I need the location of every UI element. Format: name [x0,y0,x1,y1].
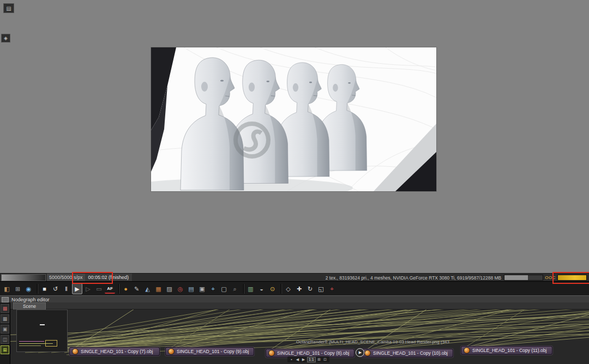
uv-mesh-icon[interactable]: ▦ [153,283,164,294]
fit-view-icon[interactable]: ◱ [316,283,326,294]
magnify-icon[interactable]: ⌕ [230,283,240,294]
material-ball-icon[interactable]: ● [121,283,131,294]
node-label: SINGLE_HEAD_101 - Copy (8).obj [277,350,349,356]
obj-node-icon [72,348,79,355]
render-viewport[interactable]: ▤ ◈ [0,0,589,273]
alpha-channel-icon[interactable]: ▨ [164,283,175,294]
minimap-node-row [19,341,44,342]
render-toolbar: ◧⊞◉■↺‖▶▷▭AF●✎◭▦▨◎▤▣⌖▢⌕▥◒⊙◇✚↻◱⌖ [0,281,589,296]
toolbar-separator [278,284,281,294]
nodegraph-side-toolbar: ▩▦▣◫⊞ [0,302,10,364]
nodegraph-canvas[interactable]: Scene ▩▦▣◫⊞ OctaneRender® (MULTI_HEAD_SC… [0,302,589,364]
nav-next-icon[interactable]: ▶ [301,357,306,362]
graph-node[interactable]: SINGLE_HEAD_101 - Copy (9).obj [165,347,254,356]
panel-icon [2,297,9,302]
gpu-memory-meter [504,275,543,281]
nav-collapse-icon[interactable]: ▪ [289,357,294,361]
ng-objects-icon[interactable]: ▣ [1,325,9,333]
graph-node[interactable]: SINGLE_HEAD_101 - Copy (10).obj [362,349,453,357]
node-label: SINGLE_HEAD_101 - Copy (10).obj [373,350,448,356]
play-button[interactable]: ▶ [72,283,82,294]
node-label: SINGLE_HEAD_101 - Copy (7).obj [81,349,153,354]
sample-progress-bar [1,274,46,281]
out-of-core-meter [557,275,587,281]
paint-tool-icon[interactable]: ✎ [131,283,142,294]
stop-button[interactable]: ■ [39,283,50,294]
af-toggle[interactable]: AF [105,284,115,294]
nodegraph-tabbar: Scene [10,302,589,310]
graph-node[interactable]: SINGLE_HEAD_101 - Copy (7).obj [69,347,160,356]
orbit-tool-icon[interactable]: ↻ [305,283,315,294]
white-point-icon[interactable]: ▢ [219,283,229,294]
node-label: SINGLE_HEAD_101 - Copy (11).obj [472,348,546,353]
restart-button[interactable]: ↺ [50,283,61,294]
minimap-viewport-rect[interactable] [45,340,57,347]
render-filename-overlay: OctaneRender® (MULTI_HEAD_SCENE_Camba 03… [296,339,449,344]
lock-resolution-icon[interactable]: ⊙ [267,283,278,294]
normal-check-icon[interactable]: ◭ [142,283,153,294]
save-image-icon[interactable]: ◒ [256,283,267,294]
render-priority-icon[interactable]: ◉ [23,283,34,294]
material-picker-icon[interactable]: ⌖ [208,283,218,294]
render-passes-icon[interactable]: ▥ [245,283,256,294]
nav-prev-icon[interactable]: ◀ [295,357,300,362]
nodegraph-title: Nodegraph editor [11,297,50,302]
octane-render-app: ▤ ◈ [0,0,589,364]
pause-button[interactable]: ‖ [61,283,71,294]
obj-node-icon [168,348,175,355]
tab-scene[interactable]: Scene [13,302,46,310]
compare-icon[interactable]: ◧ [2,283,12,294]
ooc-label: OOC [545,275,556,280]
render-status-bar: 5000/5000 s/px 00:05:02 (finished) 2 tex… [0,273,589,282]
render-region-icon[interactable]: ▭ [94,283,104,294]
minimap-marker [40,324,45,325]
ng-materials-icon[interactable]: ▩ [1,304,9,313]
nodegraph-minimap[interactable] [16,310,68,352]
graph-node[interactable]: SINGLE_HEAD_101 - Copy (11).obj [461,346,552,355]
play-overlay-button[interactable]: ▶ [356,348,364,357]
obj-node-icon [464,347,470,354]
nodegraph-nav-controls: ▪◀▶1:1⊞⊡ [287,356,329,362]
subsample-icon[interactable]: ▣ [197,283,207,294]
viewport-camera-icon[interactable]: ◈ [1,34,10,43]
step-forward-icon[interactable]: ▷ [83,283,93,294]
viewport-menu-icon[interactable]: ▤ [3,3,14,13]
minimap-node-row [19,345,41,346]
render-layer-icon[interactable]: ▤ [186,283,196,294]
render-stats: 2 tex., 83193624 pri., 4 meshes, NVIDIA … [326,275,504,281]
ng-lights-icon[interactable]: ◫ [1,335,9,344]
toolbar-separator [116,284,119,294]
rendered-heads-image [151,47,436,191]
toolbar-separator [241,284,244,294]
pan-tool-icon[interactable]: ✚ [294,283,304,294]
toolbar-separator [34,284,38,294]
nav-fit-icon[interactable]: ⊡ [323,357,328,362]
zoom-level-label[interactable]: 1:1 [307,357,316,362]
obj-node-icon [268,350,275,356]
nav-grid-icon[interactable]: ⊞ [317,357,322,362]
camera-bounds-icon[interactable]: ◇ [283,283,293,294]
obj-node-icon [364,350,371,356]
ng-textures-icon[interactable]: ▦ [1,314,9,323]
render-time: 00:05:02 (finished) [85,274,133,282]
focus-pick-icon[interactable]: ◎ [175,283,185,294]
samples-counter: 5000/5000 s/px [47,274,85,282]
node-label: SINGLE_HEAD_101 - Copy (9).obj [177,349,249,354]
render-preview-image [151,47,436,191]
ng-scene-icon[interactable]: ⊞ [1,345,9,354]
gizmo-axis-icon[interactable]: ⌖ [327,283,337,294]
lock-view-icon[interactable]: ⊞ [13,283,23,294]
